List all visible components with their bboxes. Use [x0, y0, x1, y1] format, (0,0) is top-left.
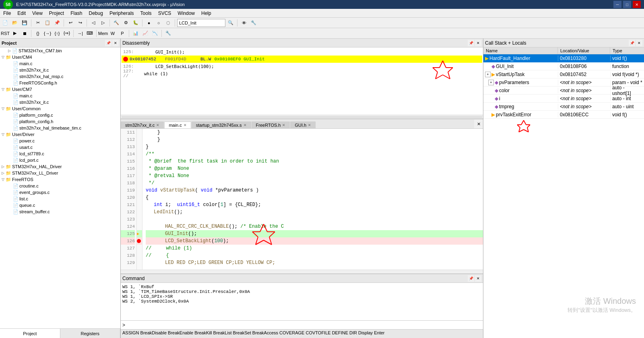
menu-debug[interactable]: Debug	[86, 10, 106, 17]
tree-expand-ll[interactable]: ▷	[0, 170, 6, 176]
expand-btn-vstartup[interactable]: +	[485, 72, 491, 77]
tree-expand-hal[interactable]: ▷	[0, 164, 6, 169]
tab-close-gui-h[interactable]: ✕	[308, 123, 311, 127]
project-tab-registers[interactable]: Registers	[60, 329, 121, 338]
editor-close-btn[interactable]: ✕	[474, 120, 483, 128]
tree-expand-cm4[interactable]: ▽	[0, 54, 6, 60]
paste-btn[interactable]: 📌	[53, 19, 62, 27]
build-btn[interactable]: 🔨	[112, 19, 121, 27]
cmd-close-btn[interactable]: ✕	[475, 275, 481, 282]
menu-file[interactable]: File	[0, 10, 14, 17]
editor-content[interactable]: 111 112 113 114 115 116 117 118 119 120 …	[121, 129, 483, 270]
tree-item-cm7[interactable]: ▽ 📁 User/CM7	[0, 86, 120, 93]
menu-edit[interactable]: Edit	[14, 10, 29, 17]
logic-btn[interactable]: 📊	[131, 29, 140, 38]
editor-hscrollbar[interactable]	[121, 270, 483, 274]
nav-back-btn[interactable]: ◁	[89, 19, 98, 27]
cs-row-vstartuptask[interactable]: + ▶ vStartUpTask 0x08107452 void f(void …	[483, 70, 644, 78]
perip-btn[interactable]: P	[118, 29, 127, 38]
new-file-btn[interactable]: 📄	[1, 19, 10, 27]
tab-main[interactable]: main.c ✕	[164, 122, 191, 128]
tree-item-freertos[interactable]: ▽ 📁 FreeRTOS	[0, 176, 120, 183]
tree-item-cm4[interactable]: ▽ 📁 User/CM4	[0, 54, 120, 60]
copy-btn[interactable]: 📋	[43, 19, 52, 27]
search-input[interactable]	[177, 19, 225, 27]
tree-item-cm4-freertos[interactable]: 📄 FreeRTOSConfig.h	[0, 80, 120, 86]
disasm-scrollbar[interactable]	[121, 115, 483, 119]
cs-row-prvexit[interactable]: ▶ prvTaskExitError 0x08106ECC void f()	[483, 111, 644, 119]
tab-close-startup[interactable]: ✕	[244, 123, 247, 127]
menu-help[interactable]: Help	[198, 10, 215, 17]
tree-item-croutine[interactable]: 📄 croutine.c	[0, 183, 120, 189]
tree-expand-freertos[interactable]: ▽	[0, 177, 6, 182]
trace-btn[interactable]: 📈	[141, 29, 150, 38]
run-to-btn[interactable]: {⇒}	[62, 29, 71, 38]
step-over-btn[interactable]: {→}	[43, 29, 52, 38]
project-pin-btn[interactable]: 📌	[105, 40, 111, 46]
tree-item-cm7-it[interactable]: 📄 stm32h7xx_it.c	[0, 99, 120, 105]
tree-item-cm4-it[interactable]: 📄 stm32h7xx_it.c	[0, 67, 120, 73]
cs-row-guiinit[interactable]: ◆ GUI_Init 0x08108F06 function	[483, 62, 644, 70]
tree-item-cm4-main[interactable]: 📄 main.c	[0, 60, 120, 67]
tab-close-stm32h7xx-it[interactable]: ✕	[156, 123, 159, 127]
menu-tools[interactable]: Tools	[137, 10, 155, 17]
bp-clear-btn[interactable]: ○	[154, 19, 163, 27]
cmdwin-btn[interactable]: ⌨	[85, 29, 94, 38]
menu-peripherals[interactable]: Peripherals	[106, 10, 137, 17]
build-all-btn[interactable]: ⚙	[122, 19, 130, 27]
cs-pin-btn[interactable]: 📌	[629, 40, 635, 46]
watch-btn[interactable]: W	[108, 29, 117, 38]
disassembly-content[interactable]: 125: GUI_Init(); 0x08107452 F001FD4D BL.…	[121, 47, 483, 115]
options-btn[interactable]: 🔧	[249, 19, 258, 27]
nav-fwd-btn[interactable]: ▷	[99, 19, 107, 27]
tools2-btn[interactable]: 🔧	[164, 29, 173, 38]
open-btn[interactable]: 📂	[10, 19, 19, 27]
step-in-btn[interactable]: {}	[33, 29, 42, 38]
reset-btn[interactable]: RST	[1, 29, 10, 38]
command-input[interactable]	[125, 323, 481, 328]
cs-row-hardfault[interactable]: ▶ HardFault_Handler 0x08103280 void f()	[483, 54, 644, 62]
step-out-btn[interactable]: {↑}	[53, 29, 62, 38]
tab-close-main[interactable]: ✕	[184, 123, 187, 127]
tab-gui-h[interactable]: GUI.h ✕	[290, 122, 316, 128]
tree-expand-driver[interactable]: ▽	[0, 132, 6, 137]
tree-expand-cm7[interactable]: ▽	[0, 87, 6, 92]
cs-row-i[interactable]: ◆ i <not in scope> auto - int	[483, 95, 644, 103]
tree-item-platform-c[interactable]: 📄 platform_config.c	[0, 112, 120, 118]
disasm-close-btn[interactable]: ✕	[475, 40, 481, 46]
tree-item-hal[interactable]: ▷ 📁 STM32H7xx_HAL_Driver	[0, 163, 120, 170]
minimize-button[interactable]: ─	[613, 1, 621, 8]
tree-item-platform-h[interactable]: 📄 platform_config.h	[0, 118, 120, 125]
tab-startup[interactable]: startup_stm32h745xx.s ✕	[192, 122, 251, 128]
bp-btn[interactable]: ●	[144, 19, 153, 27]
menu-flash[interactable]: Flash	[67, 10, 85, 17]
tree-item-lcd-st7789[interactable]: 📄 lcd_st7789.c	[0, 150, 120, 157]
view-btn[interactable]: 👁	[239, 19, 248, 27]
mem-btn[interactable]: Mem	[99, 29, 107, 38]
menu-window[interactable]: Window	[174, 10, 198, 17]
cs-row-color[interactable]: ◆ color <not in scope> auto - ushort[1]	[483, 87, 644, 95]
cs-row-tmpreg[interactable]: ◆ tmpreg <not in scope> auto - uint	[483, 103, 644, 111]
debug-btn[interactable]: 🐛	[131, 19, 140, 27]
close-button[interactable]: ✕	[633, 1, 641, 8]
tree-item-stream-buffer[interactable]: 📄 stream_buffer.c	[0, 208, 120, 215]
bp-disable-btn[interactable]: ◌	[164, 19, 173, 27]
project-close-btn[interactable]: ✕	[112, 40, 119, 46]
menu-project[interactable]: Project	[46, 10, 67, 17]
tree-item-cm7-main[interactable]: 📄 main.c	[0, 93, 120, 99]
maximize-button[interactable]: □	[623, 1, 631, 8]
tree-expand-cm7bin[interactable]: ▷	[6, 48, 12, 54]
tree-item-usart[interactable]: 📄 usart.c	[0, 144, 120, 150]
run-btn[interactable]: ▶	[10, 29, 19, 38]
tree-item-power[interactable]: 📄 power.c	[0, 138, 120, 144]
search-go-btn[interactable]: 🔍	[226, 19, 235, 27]
tab-close-freertos-h[interactable]: ✕	[282, 123, 285, 127]
menu-svcs[interactable]: SVCS	[155, 10, 175, 17]
tree-item-cm7bin[interactable]: ▷ 📄 STM32H7xx_CM7.bin	[0, 47, 120, 54]
tree-item-list[interactable]: 📄 list.c	[0, 196, 120, 202]
perf-btn[interactable]: 📉	[151, 29, 159, 38]
tree-item-driver[interactable]: ▽ 📁 User/Driver	[0, 131, 120, 138]
project-tab-project[interactable]: Project	[0, 329, 60, 338]
cs-close-btn[interactable]: ✕	[636, 40, 642, 46]
menu-view[interactable]: View	[29, 10, 46, 17]
